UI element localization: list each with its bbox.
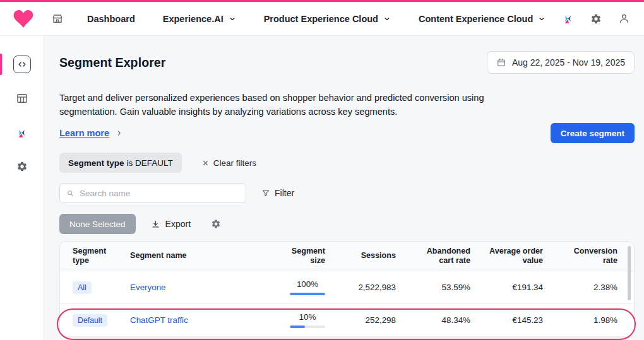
- storefront-glyph: [52, 13, 63, 25]
- nav-item-content-experience-cloud[interactable]: Content Experience Cloud: [419, 14, 546, 24]
- learn-more-label: Learn more: [59, 128, 109, 138]
- export-label: Export: [165, 219, 191, 229]
- code-icon: [13, 56, 31, 73]
- nav-item-product-experience-cloud[interactable]: Product Experience Cloud: [264, 14, 391, 24]
- chevron-down-icon: [229, 15, 236, 23]
- column-header-segment-size: Segment size: [281, 247, 340, 266]
- nav-item-label: Dashboard: [87, 14, 135, 24]
- account-icon[interactable]: [618, 13, 630, 25]
- segment-type-badge: Default: [73, 314, 107, 327]
- table-icon: [16, 92, 28, 105]
- sessions-value: 252,298: [340, 315, 411, 325]
- butterfly-glyph: [562, 13, 574, 25]
- chevron-right-icon: [116, 129, 123, 137]
- clear-filters-label: Clear filters: [213, 158, 256, 168]
- average-order-value: €145.23: [486, 315, 558, 325]
- segment-size-value: 100%: [297, 279, 318, 289]
- settings-gear-icon[interactable]: [590, 13, 602, 25]
- segment-size-bar: [290, 325, 325, 328]
- sidebar-item-tables[interactable]: [0, 81, 44, 115]
- segment-type-badge: All: [73, 281, 92, 294]
- filter-chip-condition: is DEFAULT: [127, 158, 173, 168]
- sessions-value: 2,522,983: [340, 283, 411, 292]
- column-header-segment-type: Segment type: [60, 247, 120, 266]
- date-range-picker[interactable]: Aug 22, 2025 - Nov 19, 2025: [487, 51, 635, 74]
- gear-icon: [211, 219, 221, 229]
- segment-name-link[interactable]: ChatGPT traffic: [130, 315, 188, 325]
- heart-logo-icon: [13, 9, 34, 28]
- segment-size-bar: [290, 293, 325, 295]
- column-header-segment-name: Segment name: [120, 251, 281, 261]
- date-range-value: Aug 22, 2025 - Nov 19, 2025: [512, 57, 625, 67]
- table-settings-button[interactable]: [211, 219, 221, 229]
- table-row-chatgpt-traffic[interactable]: Default ChatGPT traffic 10% 252,298 48.3…: [60, 304, 634, 337]
- create-segment-button[interactable]: Create segment: [551, 123, 635, 143]
- filter-funnel-icon: [261, 189, 270, 197]
- sidebar-item-settings[interactable]: [0, 149, 44, 184]
- selection-count-button[interactable]: None Selected: [59, 214, 136, 234]
- gear-glyph: [590, 13, 602, 25]
- nav-item-label: Experience.AI: [163, 14, 224, 24]
- main-nav: Dashboard Experience.AI Product Experien…: [87, 14, 546, 24]
- search-icon: [66, 189, 75, 197]
- search-box[interactable]: [59, 183, 246, 203]
- main-content: Segment Explorer Aug 22, 2025 - Nov 19, …: [44, 36, 644, 337]
- column-header-sessions: Sessions: [340, 251, 411, 261]
- nav-item-dashboard[interactable]: Dashboard: [87, 14, 135, 24]
- segments-table: Segment type Segment name Segment size S…: [59, 241, 635, 337]
- header-actions: [562, 13, 630, 25]
- download-icon: [151, 220, 160, 229]
- segment-size-value: 10%: [299, 312, 316, 322]
- column-header-average-order-value: Average order value: [486, 247, 558, 266]
- app-header: Dashboard Experience.AI Product Experien…: [0, 2, 644, 36]
- chevron-down-icon: [538, 15, 546, 23]
- brand-logo[interactable]: [13, 9, 34, 28]
- abandoned-cart-rate-value: 48.34%: [411, 315, 486, 325]
- page-description: Target and deliver personalized experien…: [59, 91, 509, 119]
- segment-name-link[interactable]: Everyone: [130, 283, 166, 292]
- nav-item-label: Product Experience Cloud: [264, 14, 378, 24]
- search-input[interactable]: [80, 189, 239, 198]
- chevron-down-icon: [383, 15, 391, 23]
- sidebar-item-monetate[interactable]: [0, 115, 44, 149]
- column-header-abandoned-cart-rate: Abandoned cart rate: [411, 247, 486, 266]
- filter-button[interactable]: Filter: [261, 188, 294, 198]
- filter-chip-field: Segment type: [68, 158, 124, 168]
- table-row-everyone[interactable]: All Everyone 100% 2,522,983 53.59% €191.…: [60, 271, 634, 304]
- page-title: Segment Explorer: [59, 56, 165, 70]
- nav-item-experience-ai[interactable]: Experience.AI: [163, 14, 236, 24]
- conversion-rate-value: 2.38%: [558, 283, 635, 292]
- table-header-row: Segment type Segment name Segment size S…: [60, 242, 634, 271]
- export-button[interactable]: Export: [151, 219, 191, 229]
- abandoned-cart-rate-value: 53.59%: [411, 283, 486, 292]
- monetate-butterfly-icon[interactable]: [562, 13, 574, 25]
- butterfly-icon: [16, 127, 28, 139]
- conversion-rate-value: 1.98%: [558, 315, 635, 325]
- filter-button-label: Filter: [275, 188, 294, 198]
- clear-filters-button[interactable]: Clear filters: [202, 158, 256, 168]
- column-header-conversion-rate: Conversion rate: [558, 247, 635, 266]
- average-order-value: €191.34: [486, 283, 558, 292]
- person-glyph: [618, 13, 630, 25]
- calendar-icon: [496, 57, 506, 67]
- close-icon: [202, 160, 209, 167]
- segment-type-filter-chip[interactable]: Segment type is DEFAULT: [59, 153, 182, 173]
- sidebar: [0, 36, 44, 340]
- nav-item-label: Content Experience Cloud: [419, 14, 533, 24]
- gear-icon: [16, 161, 28, 172]
- learn-more-link[interactable]: Learn more: [59, 128, 123, 138]
- table-scrollbar[interactable]: [628, 246, 631, 300]
- storefront-icon[interactable]: [52, 13, 63, 25]
- sidebar-item-segment-explorer[interactable]: [0, 47, 44, 81]
